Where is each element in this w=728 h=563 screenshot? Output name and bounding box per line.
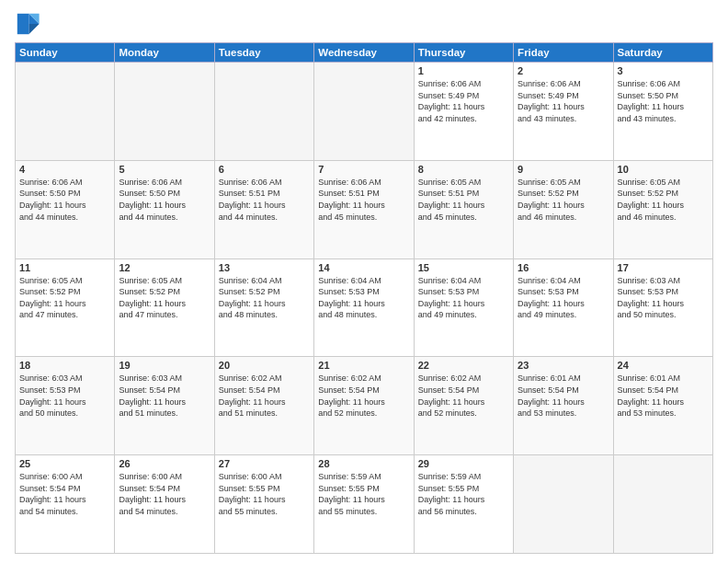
day-info: Sunrise: 6:03 AM Sunset: 5:53 PM Dayligh…: [618, 275, 709, 321]
day-number: 26: [119, 458, 210, 469]
day-number: 3: [618, 65, 709, 76]
calendar-cell: 11Sunrise: 6:05 AM Sunset: 5:52 PM Dayli…: [16, 259, 115, 357]
calendar-cell: [16, 63, 115, 161]
calendar-cell: 8Sunrise: 6:05 AM Sunset: 5:51 PM Daylig…: [414, 160, 513, 259]
day-info: Sunrise: 6:05 AM Sunset: 5:52 PM Dayligh…: [518, 177, 609, 223]
calendar-cell: [314, 63, 414, 161]
day-info: Sunrise: 6:04 AM Sunset: 5:52 PM Dayligh…: [219, 275, 310, 321]
calendar-cell: 26Sunrise: 6:00 AM Sunset: 5:54 PM Dayli…: [115, 455, 214, 554]
day-number: 5: [119, 164, 210, 175]
day-info: Sunrise: 6:01 AM Sunset: 5:54 PM Dayligh…: [618, 373, 709, 419]
calendar-cell: 5Sunrise: 6:06 AM Sunset: 5:50 PM Daylig…: [115, 160, 214, 259]
day-info: Sunrise: 6:05 AM Sunset: 5:51 PM Dayligh…: [418, 177, 509, 223]
day-info: Sunrise: 5:59 AM Sunset: 5:55 PM Dayligh…: [418, 471, 509, 517]
day-info: Sunrise: 6:02 AM Sunset: 5:54 PM Dayligh…: [219, 373, 310, 419]
day-info: Sunrise: 6:05 AM Sunset: 5:52 PM Dayligh…: [618, 177, 709, 223]
page: SundayMondayTuesdayWednesdayThursdayFrid…: [0, 0, 728, 563]
day-number: 10: [618, 164, 709, 175]
day-info: Sunrise: 6:02 AM Sunset: 5:54 PM Dayligh…: [318, 373, 409, 419]
calendar-cell: 25Sunrise: 6:00 AM Sunset: 5:54 PM Dayli…: [16, 455, 115, 554]
calendar-table: SundayMondayTuesdayWednesdayThursdayFrid…: [15, 42, 713, 554]
calendar-cell: 23Sunrise: 6:01 AM Sunset: 5:54 PM Dayli…: [514, 357, 613, 455]
day-number: 2: [518, 65, 609, 76]
calendar-cell: 6Sunrise: 6:06 AM Sunset: 5:51 PM Daylig…: [214, 160, 313, 259]
day-info: Sunrise: 6:00 AM Sunset: 5:54 PM Dayligh…: [19, 471, 110, 517]
day-number: 13: [219, 262, 310, 273]
calendar-cell: 27Sunrise: 6:00 AM Sunset: 5:55 PM Dayli…: [214, 455, 313, 554]
day-number: 28: [318, 458, 409, 469]
svg-rect-2: [17, 14, 29, 34]
calendar-cell: [115, 63, 214, 161]
day-number: 27: [219, 458, 310, 469]
day-info: Sunrise: 6:03 AM Sunset: 5:54 PM Dayligh…: [119, 373, 210, 419]
day-number: 12: [119, 262, 210, 273]
calendar-cell: 21Sunrise: 6:02 AM Sunset: 5:54 PM Dayli…: [314, 357, 414, 455]
calendar-cell: 28Sunrise: 5:59 AM Sunset: 5:55 PM Dayli…: [314, 455, 414, 554]
calendar-header-thursday: Thursday: [414, 43, 513, 63]
day-number: 18: [19, 360, 110, 371]
calendar-cell: 3Sunrise: 6:06 AM Sunset: 5:50 PM Daylig…: [613, 63, 712, 161]
calendar-cell: 20Sunrise: 6:02 AM Sunset: 5:54 PM Dayli…: [214, 357, 313, 455]
calendar-cell: 10Sunrise: 6:05 AM Sunset: 5:52 PM Dayli…: [613, 160, 712, 259]
day-number: 1: [418, 65, 509, 76]
day-info: Sunrise: 6:03 AM Sunset: 5:53 PM Dayligh…: [19, 373, 110, 419]
day-info: Sunrise: 6:00 AM Sunset: 5:54 PM Dayligh…: [119, 471, 210, 517]
calendar-cell: 14Sunrise: 6:04 AM Sunset: 5:53 PM Dayli…: [314, 259, 414, 357]
day-number: 16: [518, 262, 609, 273]
logo-icon: [15, 11, 40, 37]
calendar-cell: [613, 455, 712, 554]
calendar-week-0: 1Sunrise: 6:06 AM Sunset: 5:49 PM Daylig…: [16, 63, 713, 161]
calendar-cell: 13Sunrise: 6:04 AM Sunset: 5:52 PM Dayli…: [214, 259, 313, 357]
calendar-cell: 24Sunrise: 6:01 AM Sunset: 5:54 PM Dayli…: [613, 357, 712, 455]
day-info: Sunrise: 6:05 AM Sunset: 5:52 PM Dayligh…: [19, 275, 110, 321]
calendar-header-tuesday: Tuesday: [214, 43, 313, 63]
calendar-cell: 4Sunrise: 6:06 AM Sunset: 5:50 PM Daylig…: [16, 160, 115, 259]
calendar-cell: 22Sunrise: 6:02 AM Sunset: 5:54 PM Dayli…: [414, 357, 513, 455]
day-number: 9: [518, 164, 609, 175]
calendar-header-friday: Friday: [514, 43, 613, 63]
day-info: Sunrise: 6:02 AM Sunset: 5:54 PM Dayligh…: [418, 373, 509, 419]
calendar-cell: 7Sunrise: 6:06 AM Sunset: 5:51 PM Daylig…: [314, 160, 414, 259]
calendar-header-sunday: Sunday: [16, 43, 115, 63]
day-number: 22: [418, 360, 509, 371]
day-info: Sunrise: 6:06 AM Sunset: 5:50 PM Dayligh…: [19, 177, 110, 223]
day-number: 15: [418, 262, 509, 273]
day-number: 17: [618, 262, 709, 273]
calendar-cell: 19Sunrise: 6:03 AM Sunset: 5:54 PM Dayli…: [115, 357, 214, 455]
calendar-cell: [514, 455, 613, 554]
day-number: 8: [418, 164, 509, 175]
day-info: Sunrise: 6:05 AM Sunset: 5:52 PM Dayligh…: [119, 275, 210, 321]
calendar-cell: 29Sunrise: 5:59 AM Sunset: 5:55 PM Dayli…: [414, 455, 513, 554]
calendar-cell: 17Sunrise: 6:03 AM Sunset: 5:53 PM Dayli…: [613, 259, 712, 357]
day-number: 29: [418, 458, 509, 469]
day-info: Sunrise: 6:06 AM Sunset: 5:50 PM Dayligh…: [618, 78, 709, 124]
calendar-cell: [214, 63, 313, 161]
calendar-header-saturday: Saturday: [613, 43, 712, 63]
day-info: Sunrise: 6:06 AM Sunset: 5:49 PM Dayligh…: [418, 78, 509, 124]
day-info: Sunrise: 6:04 AM Sunset: 5:53 PM Dayligh…: [318, 275, 409, 321]
calendar-cell: 12Sunrise: 6:05 AM Sunset: 5:52 PM Dayli…: [115, 259, 214, 357]
calendar-cell: 16Sunrise: 6:04 AM Sunset: 5:53 PM Dayli…: [514, 259, 613, 357]
day-info: Sunrise: 6:06 AM Sunset: 5:50 PM Dayligh…: [119, 177, 210, 223]
day-info: Sunrise: 6:06 AM Sunset: 5:51 PM Dayligh…: [219, 177, 310, 223]
calendar-cell: 9Sunrise: 6:05 AM Sunset: 5:52 PM Daylig…: [514, 160, 613, 259]
day-number: 21: [318, 360, 409, 371]
logo: [15, 11, 44, 37]
svg-marker-1: [28, 24, 39, 34]
day-info: Sunrise: 5:59 AM Sunset: 5:55 PM Dayligh…: [318, 471, 409, 517]
calendar-cell: 2Sunrise: 6:06 AM Sunset: 5:49 PM Daylig…: [514, 63, 613, 161]
calendar-week-4: 25Sunrise: 6:00 AM Sunset: 5:54 PM Dayli…: [16, 455, 713, 554]
day-number: 14: [318, 262, 409, 273]
calendar-header-row: SundayMondayTuesdayWednesdayThursdayFrid…: [16, 43, 713, 63]
calendar-week-2: 11Sunrise: 6:05 AM Sunset: 5:52 PM Dayli…: [16, 259, 713, 357]
header: [15, 11, 713, 37]
day-number: 19: [119, 360, 210, 371]
day-info: Sunrise: 6:00 AM Sunset: 5:55 PM Dayligh…: [219, 471, 310, 517]
day-number: 25: [19, 458, 110, 469]
calendar-cell: 18Sunrise: 6:03 AM Sunset: 5:53 PM Dayli…: [16, 357, 115, 455]
day-number: 4: [19, 164, 110, 175]
day-info: Sunrise: 6:06 AM Sunset: 5:49 PM Dayligh…: [518, 78, 609, 124]
calendar-cell: 15Sunrise: 6:04 AM Sunset: 5:53 PM Dayli…: [414, 259, 513, 357]
calendar-week-3: 18Sunrise: 6:03 AM Sunset: 5:53 PM Dayli…: [16, 357, 713, 455]
calendar-week-1: 4Sunrise: 6:06 AM Sunset: 5:50 PM Daylig…: [16, 160, 713, 259]
